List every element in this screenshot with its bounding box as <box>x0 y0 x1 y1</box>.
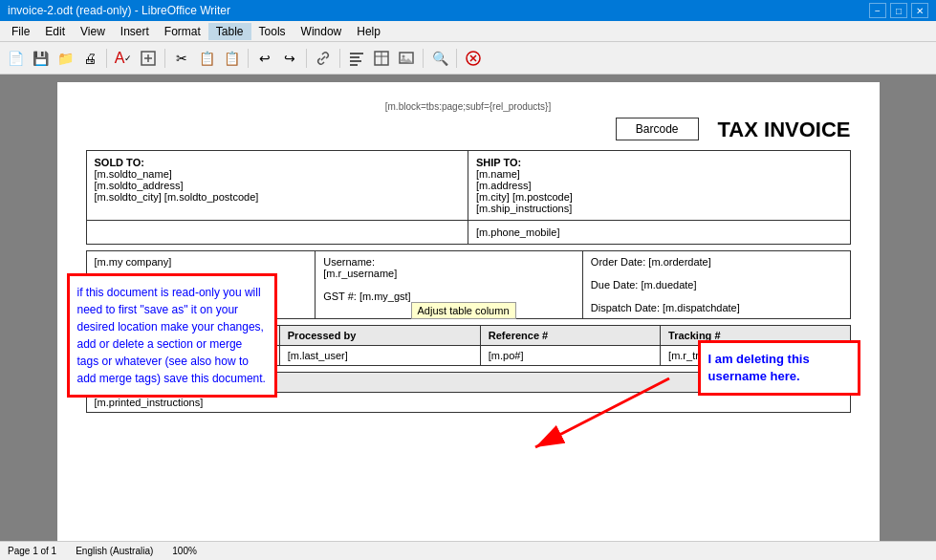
close-button[interactable]: ✕ <box>911 3 928 18</box>
tb-undo[interactable]: ↩ <box>253 47 276 70</box>
merge-tag-hint: [m.block=tbs:page;subf={rel_products}] <box>86 101 851 112</box>
invoice-header: Barcode TAX INVOICE <box>86 118 851 142</box>
svg-rect-5 <box>350 60 361 62</box>
dispatch-date-line: Dispatch Date: [m.dispatchdate] <box>591 302 842 313</box>
tb-insert-table[interactable] <box>370 47 393 70</box>
order-date-label: Order Date: <box>591 256 645 268</box>
dispatch-date-field: [m.dispatchdate] <box>663 302 740 313</box>
toolbar: 📄 💾 📁 🖨 A✓ ✂ 📋 📋 ↩ ↪ 🔍 <box>0 42 936 75</box>
ship-to-inst: [m.ship_instructions] <box>476 203 842 214</box>
col-processed-by: Processed by <box>279 326 480 346</box>
order-date-field: [m.orderdate] <box>648 256 710 268</box>
menu-file[interactable]: File <box>4 23 37 40</box>
tb-find[interactable]: 🔍 <box>428 47 451 70</box>
tb-paste[interactable]: 📋 <box>220 47 243 70</box>
annotation-right-text: I am deleting this username here. <box>708 352 810 383</box>
menu-window[interactable]: Window <box>294 23 350 40</box>
annotation-left-text: if this document is read-only you will n… <box>77 286 266 385</box>
company-name: [m.my company] <box>95 256 308 268</box>
due-date-line: Due Date: [m.duedate] <box>591 279 842 291</box>
tb-cut[interactable]: ✂ <box>170 47 193 70</box>
ship-to-name: [m.name] <box>476 168 842 180</box>
toolbar-separator-1 <box>106 49 107 68</box>
menu-tools[interactable]: Tools <box>251 23 294 40</box>
order-date-line: Order Date: [m.orderdate] <box>591 256 842 268</box>
sold-to-label: SOLD TO: <box>95 157 461 168</box>
ship-to-city: [m.city] [m.postcode] <box>476 191 842 203</box>
svg-rect-4 <box>350 56 359 58</box>
tb-autocorrect[interactable] <box>137 47 160 70</box>
username-label: Username: <box>323 256 575 268</box>
title-bar-text: invoice-2.odt (read-only) - LibreOffice … <box>8 4 230 17</box>
status-page-info: Page 1 of 1 <box>8 546 56 556</box>
tb-spellcheck[interactable]: A✓ <box>112 47 135 70</box>
status-bar: Page 1 of 1 English (Australia) 100% <box>0 541 936 560</box>
status-zoom: 100% <box>172 546 197 556</box>
last-user: [m.last_user] <box>279 346 480 366</box>
tb-redo[interactable]: ↪ <box>278 47 301 70</box>
col-reference: Reference # <box>480 326 660 346</box>
tb-copy[interactable]: 📋 <box>195 47 218 70</box>
tb-insert-image[interactable] <box>395 47 418 70</box>
menu-format[interactable]: Format <box>157 23 208 40</box>
svg-rect-3 <box>350 53 363 54</box>
username-field: [m.r_username] <box>323 268 575 279</box>
svg-rect-6 <box>350 64 358 66</box>
menu-view[interactable]: View <box>73 23 113 40</box>
tb-new[interactable]: 📄 <box>4 47 27 70</box>
dates-cell: Order Date: [m.orderdate] Due Date: [m.d… <box>582 251 850 319</box>
sold-to-city: [m.soldto_city] [m.soldto_postcode] <box>95 191 461 203</box>
tb-open[interactable]: 📁 <box>54 47 76 70</box>
po-num: [m.po#] <box>480 346 660 366</box>
due-date-label: Due Date: <box>591 279 639 291</box>
menu-help[interactable]: Help <box>349 23 388 40</box>
title-bar: invoice-2.odt (read-only) - LibreOffice … <box>0 0 936 21</box>
sold-to-cell: SOLD TO: [m.soldto_name] [m.soldto_addre… <box>86 151 468 221</box>
gst-field: GST #: [m.my_gst] <box>323 291 575 302</box>
barcode-label: Barcode <box>636 122 679 136</box>
ship-to-address: [m.address] <box>476 180 842 191</box>
due-date-field: [m.duedate] <box>641 279 696 291</box>
barcode-box: Barcode <box>616 118 699 140</box>
tax-invoice-title: TAX INVOICE <box>718 118 851 142</box>
menu-table[interactable]: Table <box>208 23 251 40</box>
menu-insert[interactable]: Insert <box>113 23 157 40</box>
annotation-right: I am deleting this username here. <box>698 340 860 396</box>
ship-to-cell: SHIP TO: [m.name] [m.address] [m.city] [… <box>468 151 851 221</box>
maximize-button[interactable]: □ <box>890 3 907 18</box>
adjust-table-tooltip: Adjust table column <box>411 302 516 319</box>
toolbar-separator-6 <box>423 49 424 68</box>
tb-fields[interactable] <box>462 47 485 70</box>
tb-hyperlink[interactable] <box>312 47 335 70</box>
phone-mobile-field: [m.phone_mobile] <box>476 226 559 238</box>
sold-to-name: [m.soldto_name] <box>95 168 461 180</box>
annotation-left: if this document is read-only you will n… <box>67 273 277 398</box>
sold-ship-table: SOLD TO: [m.soldto_name] [m.soldto_addre… <box>86 150 851 245</box>
phone-cell <box>86 221 468 245</box>
ship-to-label: SHIP TO: <box>476 157 842 168</box>
title-bar-controls: − □ ✕ <box>869 3 928 18</box>
tb-styles[interactable] <box>345 47 368 70</box>
page-wrapper: [m.block=tbs:page;subf={rel_products}] B… <box>57 82 880 533</box>
tb-print[interactable]: 🖨 <box>78 47 101 70</box>
tb-save[interactable]: 💾 <box>29 47 52 70</box>
minimize-button[interactable]: − <box>869 3 886 18</box>
toolbar-separator-7 <box>456 49 457 68</box>
toolbar-separator-5 <box>339 49 340 68</box>
phone-mobile-cell: [m.phone_mobile] <box>468 221 851 245</box>
document-area: [m.block=tbs:page;subf={rel_products}] B… <box>0 75 936 541</box>
toolbar-separator-2 <box>164 49 165 68</box>
menu-edit[interactable]: Edit <box>37 23 73 40</box>
toolbar-separator-3 <box>248 49 249 68</box>
status-lang: English (Australia) <box>76 546 153 556</box>
menu-bar: File Edit View Insert Format Table Tools… <box>0 21 936 42</box>
toolbar-separator-4 <box>306 49 307 68</box>
sold-to-address: [m.soldto_address] <box>95 180 461 191</box>
dispatch-date-label: Dispatch Date: <box>591 302 660 313</box>
